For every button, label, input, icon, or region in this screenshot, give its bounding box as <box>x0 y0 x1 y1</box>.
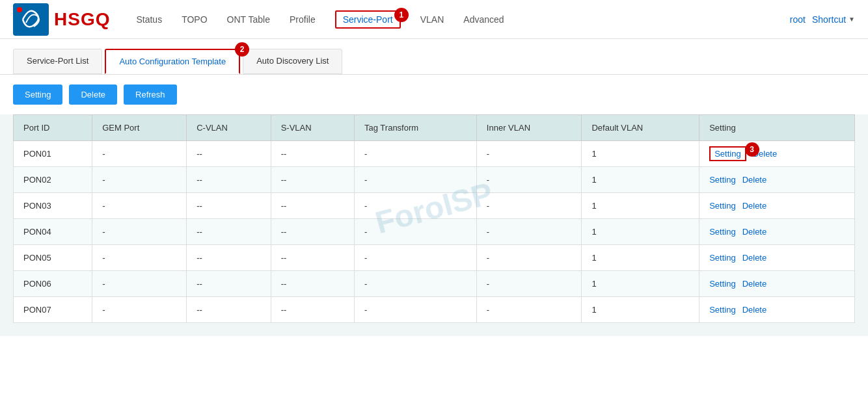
cell-s-vlan: -- <box>271 271 354 297</box>
cell-gem-port: - <box>92 245 187 271</box>
cell-default-vlan: 1 <box>582 141 699 167</box>
header: HSGQ Status TOPO ONT Table Profile Servi… <box>0 0 868 39</box>
logo-text: HSGQ <box>54 9 110 30</box>
cell-tag-transform: - <box>355 245 477 271</box>
cell-tag-transform: - <box>355 219 477 245</box>
row-delete-link[interactable]: Delete <box>742 253 767 263</box>
cell-actions: SettingDelete <box>699 167 855 193</box>
row-delete-link[interactable]: Delete <box>742 279 767 289</box>
nav-ont-table[interactable]: ONT Table <box>227 12 270 27</box>
setting-button[interactable]: Setting <box>13 84 62 105</box>
table-row: PON05-------1SettingDelete <box>14 245 855 271</box>
row-setting-link[interactable]: Setting <box>709 279 735 289</box>
svg-point-1 <box>17 7 22 12</box>
chevron-down-icon: ▼ <box>848 16 855 23</box>
col-default-vlan: Default VLAN <box>582 115 699 141</box>
cell-inner-vlan: - <box>476 193 582 219</box>
data-table: Port ID GEM Port C-VLAN S-VLAN Tag Trans… <box>13 114 855 323</box>
tab-auto-discovery-list[interactable]: Auto Discovery List <box>243 49 342 74</box>
col-s-vlan: S-VLAN <box>271 115 354 141</box>
col-port-id: Port ID <box>14 115 92 141</box>
cell-default-vlan: 1 <box>582 167 699 193</box>
delete-button[interactable]: Delete <box>69 84 117 105</box>
table-row: PON04-------1SettingDelete <box>14 219 855 245</box>
nav-right: root Shortcut ▼ <box>790 12 855 27</box>
cell-actions: SettingDelete <box>699 271 855 297</box>
row-setting-link[interactable]: Setting <box>709 227 735 237</box>
logo-icon <box>13 3 49 36</box>
refresh-button[interactable]: Refresh <box>124 84 177 105</box>
cell-tag-transform: - <box>355 271 477 297</box>
tab-auto-configuration-template[interactable]: Auto Configuration Template <box>105 49 240 74</box>
cell-inner-vlan: - <box>476 141 582 167</box>
row-setting-link[interactable]: Setting <box>709 253 735 263</box>
toolbar: Setting Delete Refresh <box>0 75 868 114</box>
table-row: PON03-------1SettingDelete <box>14 193 855 219</box>
col-c-vlan: C-VLAN <box>187 115 271 141</box>
cell-s-vlan: -- <box>271 141 354 167</box>
nav-service-port[interactable]: Service-Port <box>335 10 401 29</box>
cell-s-vlan: -- <box>271 193 354 219</box>
tab-service-port-list[interactable]: Service-Port List <box>13 49 102 74</box>
cell-default-vlan: 1 <box>582 297 699 323</box>
row-setting-link[interactable]: Setting <box>709 305 735 315</box>
cell-actions: SettingDelete <box>699 193 855 219</box>
row-setting-link[interactable]: Setting <box>709 201 735 211</box>
tabs-bar: Service-Port List Auto Configuration Tem… <box>0 39 868 75</box>
cell-actions: SettingDelete <box>699 245 855 271</box>
cell-c-vlan: -- <box>187 271 271 297</box>
row-setting-link[interactable]: Setting <box>709 146 746 161</box>
cell-default-vlan: 1 <box>582 271 699 297</box>
cell-gem-port: - <box>92 167 187 193</box>
badge-3: 3 <box>745 142 759 157</box>
cell-inner-vlan: - <box>476 271 582 297</box>
nav-user[interactable]: root <box>790 12 806 27</box>
cell-gem-port: - <box>92 141 187 167</box>
cell-c-vlan: -- <box>187 193 271 219</box>
cell-s-vlan: -- <box>271 167 354 193</box>
cell-port-id: PON07 <box>14 297 92 323</box>
table-row: PON01-------1Setting3Delete <box>14 141 855 167</box>
nav-shortcut: Shortcut <box>812 12 846 27</box>
cell-port-id: PON06 <box>14 271 92 297</box>
row-setting-link[interactable]: Setting <box>709 175 735 185</box>
row-delete-link[interactable]: Delete <box>742 175 767 185</box>
cell-gem-port: - <box>92 193 187 219</box>
cell-default-vlan: 1 <box>582 245 699 271</box>
nav-topo[interactable]: TOPO <box>182 12 207 27</box>
nav-vlan[interactable]: VLAN <box>420 12 444 27</box>
col-tag-transform: Tag Transform <box>355 115 477 141</box>
cell-c-vlan: -- <box>187 297 271 323</box>
nav-status[interactable]: Status <box>136 12 162 27</box>
cell-c-vlan: -- <box>187 141 271 167</box>
badge-1: 1 <box>394 8 409 22</box>
cell-port-id: PON05 <box>14 245 92 271</box>
cell-inner-vlan: - <box>476 167 582 193</box>
row-delete-link[interactable]: Delete <box>742 227 767 237</box>
table-row: PON07-------1SettingDelete <box>14 297 855 323</box>
cell-tag-transform: - <box>355 297 477 323</box>
logo-area: HSGQ <box>13 3 110 36</box>
row-delete-link[interactable]: Delete <box>742 201 767 211</box>
cell-port-id: PON03 <box>14 193 92 219</box>
cell-default-vlan: 1 <box>582 219 699 245</box>
table-row: PON06-------1SettingDelete <box>14 271 855 297</box>
col-setting: Setting <box>699 115 855 141</box>
cell-actions: SettingDelete <box>699 297 855 323</box>
tab-auto-config-container: Auto Configuration Template 2 <box>105 49 243 74</box>
table-container: Port ID GEM Port C-VLAN S-VLAN Tag Trans… <box>0 114 868 336</box>
cell-port-id: PON02 <box>14 167 92 193</box>
nav-shortcut-dropdown[interactable]: Shortcut ▼ <box>812 12 855 27</box>
table-header: Port ID GEM Port C-VLAN S-VLAN Tag Trans… <box>14 115 855 141</box>
table-header-row: Port ID GEM Port C-VLAN S-VLAN Tag Trans… <box>14 115 855 141</box>
cell-inner-vlan: - <box>476 297 582 323</box>
cell-port-id: PON04 <box>14 219 92 245</box>
nav-profile[interactable]: Profile <box>290 12 316 27</box>
cell-actions: SettingDelete <box>699 219 855 245</box>
nav-advanced[interactable]: Advanced <box>463 12 504 27</box>
row-delete-link[interactable]: Delete <box>742 305 767 315</box>
cell-c-vlan: -- <box>187 219 271 245</box>
nav-service-port-container: Service-Port 1 <box>335 14 401 25</box>
cell-c-vlan: -- <box>187 167 271 193</box>
cell-tag-transform: - <box>355 193 477 219</box>
